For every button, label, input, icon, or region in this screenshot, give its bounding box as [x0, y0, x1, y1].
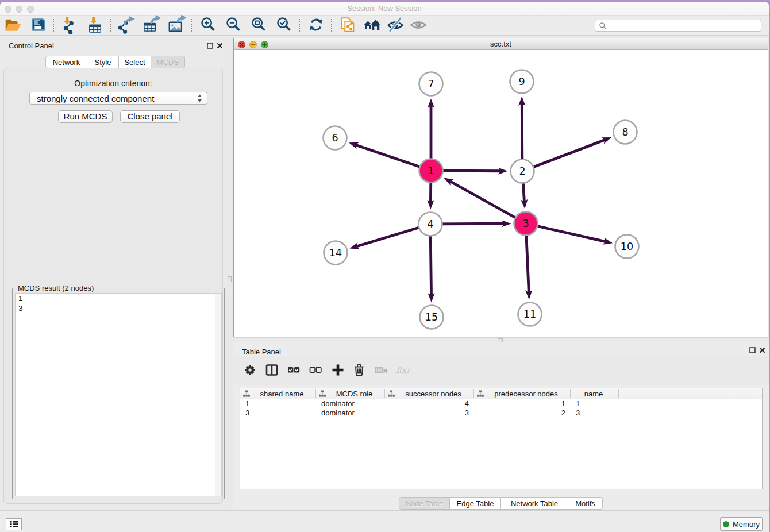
column-separator[interactable] [618, 389, 619, 398]
export-network-button[interactable] [115, 16, 136, 35]
function-builder-icon: f(x) [395, 363, 410, 380]
cell-successor-nodes[interactable]: 4 [385, 399, 474, 408]
export-image-button[interactable] [165, 16, 186, 35]
column-header-MCDS-role[interactable]: MCDS role [316, 388, 385, 399]
column-header-shared-name[interactable]: shared name [240, 388, 316, 399]
table-tabs: Node TableEdge TableNetwork TableMotifs [399, 497, 603, 510]
toolbar-separator [191, 18, 192, 33]
network-canvas[interactable]: 1234678910111415 [234, 51, 768, 337]
node-10[interactable]: 10 [615, 235, 639, 259]
cell-name[interactable]: 1 [571, 399, 619, 408]
first-neighbors-button[interactable] [362, 16, 383, 35]
control-panel-close-button[interactable] [216, 42, 223, 49]
table-row-1[interactable]: 1dominator411 [240, 399, 762, 408]
table-tab-motifs[interactable]: Motifs [568, 497, 603, 510]
refresh-layout-button[interactable] [306, 16, 326, 35]
node-3[interactable]: 3 [514, 212, 538, 236]
criterion-select[interactable]: strongly connected component [29, 92, 207, 105]
show-all-button[interactable] [408, 16, 429, 35]
criterion-value: strongly connected component [37, 94, 197, 103]
node-15[interactable]: 15 [420, 306, 444, 329]
open-session-button[interactable] [2, 16, 23, 35]
control-tab-style[interactable]: Style [87, 56, 119, 68]
cell-predecessor-nodes[interactable]: 2 [474, 408, 571, 418]
select-all-rows-button[interactable] [285, 363, 302, 380]
node-8[interactable]: 8 [614, 121, 637, 144]
status-bar: Memory [0, 510, 769, 532]
column-header-name[interactable]: name [571, 388, 619, 399]
table-tab-network-table[interactable]: Network Table [501, 497, 568, 510]
result-scrollbar[interactable] [215, 294, 221, 496]
node-6[interactable]: 6 [324, 126, 347, 150]
node-label-4: 4 [427, 218, 433, 230]
close-panel-button[interactable]: Close panel [120, 110, 180, 123]
hide-selected-icon [386, 15, 405, 37]
save-session-button[interactable] [28, 16, 48, 35]
float-icon [749, 347, 756, 353]
cell-shared-name[interactable]: 3 [240, 408, 316, 418]
deselect-all-rows-button[interactable] [307, 363, 324, 380]
zoom-selected-button[interactable] [274, 16, 294, 35]
table-row-2[interactable]: 3dominator323 [240, 408, 762, 418]
node-label-6: 6 [332, 132, 338, 144]
zoom-fit-icon [249, 15, 268, 37]
cell-successor-nodes[interactable]: 3 [385, 408, 474, 418]
table-panel-float-button[interactable] [749, 346, 756, 353]
cell-shared-name[interactable]: 1 [240, 399, 316, 408]
toolbar-separator [53, 18, 54, 33]
show-columns-button[interactable] [263, 363, 280, 380]
mcds-result-list[interactable]: 13 [15, 293, 222, 496]
vertical-splitter-handle[interactable] [228, 276, 232, 282]
control-tab-mcds[interactable]: MCDS [151, 56, 185, 68]
close-icon [217, 43, 223, 49]
zoom-in-icon [198, 15, 218, 37]
node-4[interactable]: 4 [419, 213, 442, 236]
control-tab-network[interactable]: Network [45, 56, 87, 68]
control-panel-float-button[interactable] [206, 42, 213, 49]
search-input[interactable] [607, 20, 761, 31]
zoom-in-button[interactable] [198, 16, 218, 35]
main-area: Control Panel NetworkStyleSelectMCDS Opt… [0, 36, 769, 510]
edge-3-1[interactable] [450, 182, 526, 223]
delete-column-button[interactable] [351, 363, 368, 380]
node-2[interactable]: 2 [511, 160, 534, 183]
zoom-out-button[interactable] [223, 16, 244, 35]
control-tab-select[interactable]: Select [119, 56, 151, 68]
import-network-button[interactable] [60, 16, 80, 35]
import-network-icon [60, 15, 80, 37]
table-panel-close-button[interactable] [759, 346, 765, 353]
run-mcds-button[interactable]: Run MCDS [58, 110, 113, 123]
table-tab-node-table[interactable]: Node Table [399, 497, 450, 510]
table-panel: Table Panel f(x) shared nameMCDS rolesuc… [233, 342, 769, 510]
cell-MCDS-role[interactable]: dominator [316, 408, 385, 418]
memory-button[interactable]: Memory [720, 517, 763, 531]
mcds-result-node: 1 [16, 294, 221, 303]
table-settings-button[interactable] [241, 363, 259, 380]
node-9[interactable]: 9 [510, 70, 534, 94]
mcds-result-group: MCDS result (2 nodes) 13 [12, 288, 225, 499]
task-list-icon [9, 519, 19, 529]
edge-2-8[interactable] [522, 140, 605, 171]
cell-name[interactable]: 3 [571, 408, 619, 418]
hide-selected-button[interactable] [385, 16, 406, 35]
search-field[interactable] [595, 20, 761, 32]
cell-predecessor-nodes[interactable]: 1 [474, 399, 571, 408]
import-table-button[interactable] [85, 16, 106, 35]
export-table-button[interactable] [140, 16, 161, 35]
column-header-predecessor-nodes[interactable]: predecessor nodes [474, 388, 571, 399]
task-history-button[interactable] [6, 518, 22, 530]
node-14[interactable]: 14 [324, 241, 348, 265]
column-header-label: successor nodes [395, 390, 474, 398]
add-icon [330, 363, 345, 380]
zoom-fit-button[interactable] [248, 16, 269, 35]
export-image-icon [166, 15, 186, 37]
node-1[interactable]: 1 [419, 159, 443, 183]
node-7[interactable]: 7 [419, 72, 443, 96]
cell-MCDS-role[interactable]: dominator [316, 399, 385, 408]
table-tab-edge-table[interactable]: Edge Table [450, 497, 501, 510]
column-header-successor-nodes[interactable]: successor nodes [385, 388, 474, 399]
node-11[interactable]: 11 [518, 303, 542, 326]
duplicate-network-button[interactable] [337, 16, 358, 35]
add-column-button[interactable] [329, 363, 346, 380]
node-label-10: 10 [621, 241, 633, 252]
